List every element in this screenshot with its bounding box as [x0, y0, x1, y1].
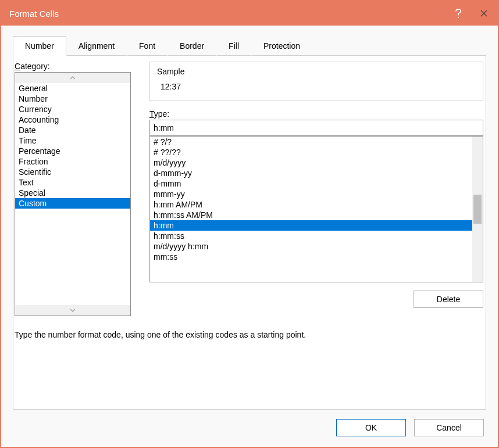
- delete-button[interactable]: Delete: [414, 291, 483, 308]
- tab-protection[interactable]: Protection: [251, 36, 312, 56]
- dialog-footer: OK Cancel: [1, 410, 498, 447]
- type-item[interactable]: h:mm:ss: [150, 231, 472, 241]
- dialog-content: Number Alignment Font Border Fill Protec…: [1, 26, 498, 410]
- type-item[interactable]: # ?/?: [150, 137, 472, 147]
- close-button[interactable]: [471, 1, 497, 26]
- panel-number: Category: General Number Currency Accoun…: [13, 56, 486, 410]
- help-icon: [454, 8, 462, 19]
- category-item[interactable]: Text: [15, 177, 130, 188]
- category-item[interactable]: Time: [15, 135, 130, 146]
- tab-font[interactable]: Font: [127, 36, 167, 56]
- type-input[interactable]: [149, 120, 483, 136]
- svg-point-0: [458, 17, 459, 18]
- tab-fill[interactable]: Fill: [216, 36, 251, 56]
- type-listbox[interactable]: # ?/? # ??/?? m/d/yyyy d-mmm-yy d-mmm mm…: [149, 136, 483, 282]
- tab-strip: Number Alignment Font Border Fill Protec…: [13, 36, 486, 56]
- ok-button[interactable]: OK: [336, 419, 406, 436]
- chevron-down-icon: [70, 309, 75, 312]
- category-item[interactable]: Percentage: [15, 146, 130, 156]
- type-item[interactable]: mmm-yy: [150, 189, 472, 199]
- format-cells-dialog: Format Cells Number Alignment Font Borde…: [0, 0, 499, 448]
- category-item[interactable]: General: [15, 83, 130, 94]
- tab-alignment[interactable]: Alignment: [66, 36, 127, 56]
- type-item[interactable]: m/d/yyyy: [150, 157, 472, 168]
- scroll-thumb[interactable]: [473, 195, 482, 224]
- type-item[interactable]: h:mm AM/PM: [150, 199, 472, 210]
- tab-border[interactable]: Border: [167, 36, 216, 56]
- help-button[interactable]: [445, 1, 471, 26]
- sample-label: Sample: [157, 67, 476, 76]
- type-item[interactable]: mm:ss: [150, 252, 472, 262]
- category-item[interactable]: Date: [15, 125, 130, 135]
- titlebar: Format Cells: [1, 1, 498, 26]
- type-scrollbar[interactable]: [472, 137, 483, 282]
- category-listbox[interactable]: General Number Currency Accounting Date …: [15, 72, 131, 316]
- category-item[interactable]: Number: [15, 94, 130, 104]
- category-item[interactable]: Fraction: [15, 156, 130, 167]
- tab-number[interactable]: Number: [13, 36, 66, 56]
- scroll-up-button[interactable]: [15, 73, 130, 83]
- help-text: Type the number format code, using one o…: [13, 316, 486, 339]
- type-label: Type:: [149, 109, 483, 119]
- window-title: Format Cells: [9, 9, 445, 19]
- tab-filler: [312, 36, 486, 56]
- category-item[interactable]: Accounting: [15, 114, 130, 125]
- close-icon: [480, 10, 487, 17]
- type-item[interactable]: h:mm: [150, 220, 472, 231]
- cancel-button[interactable]: Cancel: [414, 419, 484, 436]
- category-item[interactable]: Special: [15, 188, 130, 198]
- type-item[interactable]: m/d/yyyy h:mm: [150, 241, 472, 252]
- sample-value: 12:37: [157, 82, 181, 91]
- type-item[interactable]: d-mmm-yy: [150, 168, 472, 178]
- type-item[interactable]: d-mmm: [150, 178, 472, 189]
- category-item[interactable]: Currency: [15, 104, 130, 114]
- category-item[interactable]: Custom: [15, 198, 130, 209]
- chevron-up-icon: [70, 76, 75, 80]
- category-item[interactable]: Scientific: [15, 167, 130, 177]
- type-item[interactable]: # ??/??: [150, 147, 472, 157]
- sample-box: Sample 12:37: [149, 62, 483, 101]
- category-label: Category:: [15, 62, 140, 71]
- type-item[interactable]: h:mm:ss AM/PM: [150, 210, 472, 220]
- scroll-down-button[interactable]: [15, 305, 130, 316]
